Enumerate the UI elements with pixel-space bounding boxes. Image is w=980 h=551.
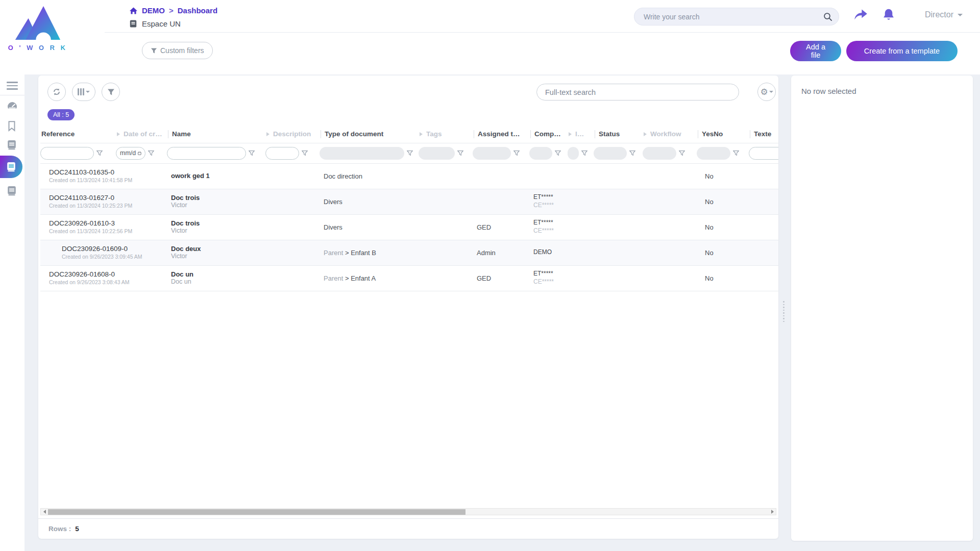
- chevron-down-icon: [86, 91, 90, 93]
- col-i[interactable]: I…: [568, 126, 594, 143]
- scroll-right-icon[interactable]: [769, 509, 776, 515]
- fulltext-search-input[interactable]: [545, 84, 730, 100]
- col-reference[interactable]: Reference: [40, 126, 116, 143]
- calendar-icon[interactable]: [138, 151, 141, 156]
- sort-arrow-icon: [266, 132, 270, 136]
- funnel-icon[interactable]: [96, 150, 103, 156]
- col-yesno[interactable]: YesNo: [697, 126, 749, 143]
- funnel-icon[interactable]: [679, 150, 685, 156]
- col-date-created[interactable]: Date of cr…: [116, 126, 167, 143]
- no-row-selected-text: No row selected: [791, 76, 973, 95]
- filters-button[interactable]: [102, 83, 120, 101]
- add-file-button[interactable]: Add a file: [790, 41, 841, 61]
- filter-i-input[interactable]: [568, 147, 579, 160]
- share-icon[interactable]: [853, 8, 868, 21]
- funnel-icon[interactable]: [733, 150, 739, 156]
- filter-description-input[interactable]: [266, 147, 299, 159]
- table-row[interactable]: DOC241103-01635-0 Created on 11/3/2024 1…: [40, 163, 778, 189]
- scroll-left-icon[interactable]: [41, 509, 48, 515]
- details-panel: No row selected: [791, 76, 973, 541]
- funnel-icon[interactable]: [629, 150, 635, 156]
- col-type[interactable]: Type of document: [320, 126, 419, 143]
- sidebar-item-archive[interactable]: [7, 186, 17, 196]
- sort-arrow-icon: [644, 132, 647, 136]
- funnel-icon[interactable]: [457, 150, 463, 156]
- sidebar-item-documents-active[interactable]: [0, 156, 22, 178]
- scrollbar-thumb[interactable]: [48, 509, 465, 515]
- col-status[interactable]: Status: [594, 126, 643, 143]
- chevron-down-icon: [769, 91, 773, 93]
- funnel-icon[interactable]: [249, 150, 255, 156]
- panel-resize-handle[interactable]: [783, 301, 785, 322]
- filter-yesno-input[interactable]: [697, 147, 730, 160]
- table-footer: Rows : 5: [38, 518, 778, 539]
- horizontal-scrollbar[interactable]: [40, 508, 776, 515]
- filter-reference-input[interactable]: [41, 147, 93, 159]
- filter-workflow-input[interactable]: [643, 147, 676, 160]
- sidebar-item-dashboard[interactable]: [7, 101, 18, 112]
- filter-texte-input[interactable]: [749, 147, 778, 159]
- create-template-button[interactable]: Create from a template: [846, 41, 958, 61]
- custom-filters-button[interactable]: Custom filters: [142, 42, 213, 59]
- col-name[interactable]: Name: [167, 126, 265, 143]
- left-sidebar: [0, 74, 24, 551]
- funnel-icon[interactable]: [555, 150, 561, 156]
- col-description[interactable]: Description: [265, 126, 320, 143]
- sidebar-divider: [0, 95, 24, 95]
- col-texte[interactable]: Texte: [749, 126, 778, 143]
- filter-funnel-icon: [151, 47, 157, 54]
- app-logo[interactable]: O ' W O R K: [7, 3, 68, 52]
- notifications-bell-icon[interactable]: [882, 8, 895, 22]
- logo-wordmark: O ' W O R K: [7, 44, 68, 52]
- filter-tags-input[interactable]: [419, 147, 455, 160]
- table-row[interactable]: DOC241103-01627-0 Created on 11/3/2024 1…: [40, 189, 778, 214]
- funnel-icon[interactable]: [581, 150, 587, 156]
- breadcrumb-root[interactable]: DEMO: [142, 6, 165, 15]
- refresh-button[interactable]: [47, 83, 66, 101]
- table-row[interactable]: w DOC230926-01609-0 Created on 9/26/2023…: [40, 240, 778, 265]
- filter-name-input[interactable]: [167, 147, 246, 159]
- menu-toggle-icon[interactable]: [7, 80, 18, 92]
- header-divider: [105, 32, 980, 33]
- all-count-badge[interactable]: All : 5: [47, 109, 75, 120]
- user-role-label: Director: [925, 10, 953, 19]
- table-header-row: Reference Date of cr… Name Description T…: [40, 126, 778, 143]
- sort-arrow-icon: [569, 132, 572, 136]
- filter-company-input[interactable]: [529, 147, 552, 160]
- sort-arrow-icon: [420, 132, 423, 136]
- global-search: [634, 8, 839, 26]
- sidebar-item-bookmarks[interactable]: [7, 120, 17, 132]
- col-company[interactable]: Comp…: [529, 126, 568, 143]
- sidebar-item-library[interactable]: [7, 140, 17, 150]
- funnel-icon[interactable]: [513, 150, 520, 156]
- fulltext-search: [536, 84, 739, 101]
- col-workflow[interactable]: Workflow: [643, 126, 697, 143]
- custom-filters-label: Custom filters: [160, 46, 204, 55]
- columns-button[interactable]: [72, 83, 95, 101]
- filter-assigned-input[interactable]: [473, 147, 511, 160]
- col-tags[interactable]: Tags: [419, 126, 473, 143]
- funnel-icon[interactable]: [148, 150, 154, 156]
- table-row[interactable]: DOC230926-01610-3 Created on 11/3/2024 1…: [40, 214, 778, 240]
- global-search-input[interactable]: [644, 13, 823, 21]
- home-icon[interactable]: [129, 7, 138, 15]
- rows-count: 5: [75, 525, 79, 533]
- breadcrumb-current[interactable]: Dashboard: [178, 6, 217, 15]
- user-menu[interactable]: Director: [925, 10, 963, 19]
- col-assigned[interactable]: Assigned t…: [473, 126, 529, 143]
- table-filter-row: mm/d: [40, 143, 778, 163]
- search-icon[interactable]: [823, 12, 832, 21]
- filter-date-input[interactable]: mm/d: [116, 147, 145, 160]
- table-settings-button[interactable]: ⚙: [757, 83, 776, 101]
- top-header: O ' W O R K DEMO > Dashboard Espace UN D…: [0, 0, 980, 74]
- breadcrumb: DEMO > Dashboard: [129, 6, 217, 15]
- table-row[interactable]: DOC230926-01608-0 Created on 9/26/2023 3…: [40, 265, 778, 291]
- filter-status-input[interactable]: [594, 147, 627, 160]
- documents-table-wrap: Reference Date of cr… Name Description T…: [40, 126, 778, 498]
- columns-icon: [78, 88, 84, 95]
- funnel-icon[interactable]: [407, 150, 413, 156]
- book-icon: [129, 19, 137, 28]
- filter-type-input[interactable]: [320, 147, 404, 160]
- funnel-icon[interactable]: [302, 150, 308, 156]
- rows-label: Rows :: [48, 525, 71, 533]
